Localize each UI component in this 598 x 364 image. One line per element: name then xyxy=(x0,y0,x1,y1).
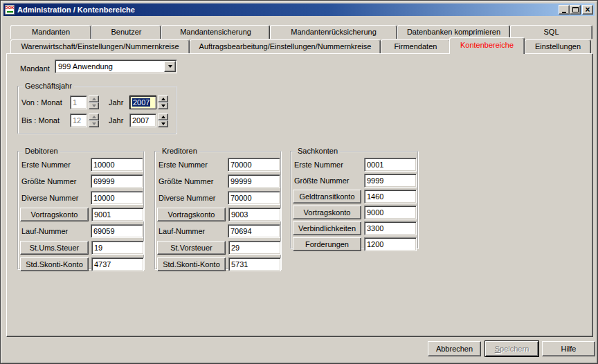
kreditoren-erste-nummer-row: Erste Nummer70000 xyxy=(157,158,280,172)
von-monat-spinner[interactable] xyxy=(89,95,99,109)
spin-up-button[interactable] xyxy=(89,95,99,102)
bis-monat-spinner[interactable] xyxy=(89,113,99,127)
tab-datenbanken-komprimieren[interactable]: Datenbanken komprimieren xyxy=(397,25,510,39)
debitoren-st-ums-steuer-button[interactable]: St.Ums.Steuer xyxy=(20,241,89,255)
abbrechen-button[interactable]: Abbrechen xyxy=(428,341,481,356)
debitoren-group: Debitoren Erste Nummer10000Größte Nummer… xyxy=(17,151,145,270)
sachkonten-verbindlichkeiten-button[interactable]: Verbindlichkeiten xyxy=(293,221,361,235)
sachkonten-groesste-nummer-field[interactable]: 9999 xyxy=(364,174,417,188)
kreditoren-st-vorsteuer-field[interactable]: 29 xyxy=(228,241,281,255)
hilfe-button[interactable]: Hilfe xyxy=(542,341,595,356)
debitoren-erste-nummer-field[interactable]: 10000 xyxy=(91,158,143,172)
debitoren-vortragskonto-button[interactable]: Vortragskonto xyxy=(20,208,89,221)
kreditoren-vortragskonto-field[interactable]: 9003 xyxy=(228,208,281,221)
bis-jahr-label: Jahr xyxy=(109,116,129,125)
kreditoren-groesste-nummer-label: Größte Nummer xyxy=(157,177,225,185)
sachkonten-group: Sachkonten Erste Nummer0001Größte Nummer… xyxy=(290,151,419,249)
spin-down-button[interactable] xyxy=(89,120,99,127)
tab-mandanten[interactable]: Mandanten xyxy=(10,25,91,39)
sachkonten-groesste-nummer-label: Größte Nummer xyxy=(293,176,361,185)
spin-up-button[interactable] xyxy=(158,95,168,102)
debitoren-st-ums-steuer-field[interactable]: 19 xyxy=(91,241,144,255)
kreditoren-vortragskonto-button[interactable]: Vortragskonto xyxy=(157,208,226,221)
close-button[interactable]: × xyxy=(582,5,593,15)
bis-jahr-field[interactable]: 2007 xyxy=(129,113,156,127)
debitoren-erste-nummer-label: Erste Nummer xyxy=(20,161,88,169)
mandant-value: 999 Anwendung xyxy=(55,61,164,72)
sachkonten-geldtransitkonto-button[interactable]: Geldtransitkonto xyxy=(293,190,361,203)
debitoren-erste-nummer-row: Erste Nummer10000 xyxy=(20,158,143,172)
tab-auftragsbearbeitung-einstellungen-nummernkreise[interactable]: Auftragsbearbeitung/Einstellungen/Nummer… xyxy=(190,39,381,53)
debitoren-lauf-nummer-field[interactable]: 69059 xyxy=(91,224,143,238)
sachkonten-geldtransitkonto-field[interactable]: 1460 xyxy=(364,190,417,203)
maximize-icon xyxy=(572,7,579,12)
tab-firmendaten[interactable]: Firmendaten xyxy=(381,39,451,53)
tab-mandantensicherung[interactable]: Mandantensicherung xyxy=(161,25,270,39)
tab-einstellungen[interactable]: Einstellungen xyxy=(525,39,591,53)
von-jahr-field[interactable]: 2007 xyxy=(129,95,156,109)
debitoren-diverse-nummer-field[interactable]: 10000 xyxy=(91,191,143,205)
tab-sql[interactable]: SQL xyxy=(510,25,592,39)
sachkonten-forderungen-button[interactable]: Forderungen xyxy=(293,237,361,251)
chevron-down-icon xyxy=(168,65,172,68)
bis-monat-field[interactable]: 12 xyxy=(70,113,87,127)
kreditoren-lauf-nummer-field[interactable]: 70694 xyxy=(228,224,280,238)
sachkonten-erste-nummer-row: Erste Nummer0001 xyxy=(293,158,417,172)
debitoren-std-skonti-konto-button[interactable]: Std.Skonti-Konto xyxy=(20,257,89,271)
kreditoren-st-vorsteuer-row: St.Vorsteuer29 xyxy=(157,241,280,255)
tab-benutzer[interactable]: Benutzer xyxy=(91,25,161,39)
bis-jahr-spinner[interactable] xyxy=(158,113,168,127)
kreditoren-groesste-nummer-field[interactable]: 99999 xyxy=(228,174,280,188)
arrow-down-icon xyxy=(161,104,165,107)
kreditoren-lauf-nummer-row: Lauf-Nummer70694 xyxy=(157,224,280,238)
tab-mandantenruecksicherung[interactable]: Mandantenrücksicherung xyxy=(270,25,397,39)
group-title-debitoren: Debitoren xyxy=(23,147,60,155)
spin-down-button[interactable] xyxy=(158,120,168,127)
minimize-button[interactable] xyxy=(559,5,570,15)
sachkonten-forderungen-field[interactable]: 1200 xyxy=(364,237,417,251)
spin-up-button[interactable] xyxy=(89,113,99,120)
kreditoren-groesste-nummer-row: Größte Nummer99999 xyxy=(157,174,280,188)
title-bar: DOK Administration / Kontenbereiche xyxy=(3,3,595,16)
close-icon: × xyxy=(585,6,590,14)
kreditoren-group: Kreditoren Erste Nummer70000Größte Numme… xyxy=(154,151,282,270)
spin-down-button[interactable] xyxy=(158,102,168,109)
sachkonten-verbindlichkeiten-row: Verbindlichkeiten3300 xyxy=(293,221,417,235)
debitoren-groesste-nummer-field[interactable]: 69999 xyxy=(91,174,143,188)
group-title-sachkonten: Sachkonten xyxy=(296,147,340,155)
sachkonten-erste-nummer-field[interactable]: 0001 xyxy=(364,158,417,172)
mandant-combobox[interactable]: 999 Anwendung xyxy=(55,60,177,73)
debitoren-vortragskonto-field[interactable]: 9001 xyxy=(91,208,144,221)
spin-down-button[interactable] xyxy=(89,102,99,109)
kreditoren-st-vorsteuer-button[interactable]: St.Vorsteuer xyxy=(157,241,226,255)
kreditoren-std-skonti-konto-field[interactable]: 5731 xyxy=(228,257,281,271)
geschaeftsjahr-group: Geschäftsjahr Von : Monat 1 Jahr 2007 Bi… xyxy=(17,86,177,134)
sachkonten-vortragskonto-field[interactable]: 9000 xyxy=(364,206,417,219)
kreditoren-diverse-nummer-field[interactable]: 70000 xyxy=(228,191,280,205)
kreditoren-std-skonti-konto-button[interactable]: Std.Skonti-Konto xyxy=(157,257,226,271)
kreditoren-vortragskonto-row: Vortragskonto9003 xyxy=(157,208,280,221)
arrow-up-icon xyxy=(92,116,96,118)
tab-kontenbereiche[interactable]: Kontenbereiche xyxy=(449,37,525,54)
von-monat-field[interactable]: 1 xyxy=(70,95,87,109)
debitoren-groesste-nummer-row: Größte Nummer69999 xyxy=(20,174,143,188)
sachkonten-verbindlichkeiten-field[interactable]: 3300 xyxy=(364,221,417,235)
maximize-button[interactable] xyxy=(570,5,581,15)
spin-up-button[interactable] xyxy=(158,113,168,120)
debitoren-vortragskonto-row: Vortragskonto9001 xyxy=(20,208,143,221)
tab-warenwirtschaft-einstellungen-nummernkreise[interactable]: Warenwirtschaft/Einstellungen/Nummernkre… xyxy=(10,39,190,53)
sachkonten-vortragskonto-button[interactable]: Vortragskonto xyxy=(293,206,361,219)
speichern-button[interactable]: Speichern xyxy=(485,341,538,356)
debitoren-diverse-nummer-label: Diverse Nummer xyxy=(20,194,88,202)
window-title: Administration / Kontenbereiche xyxy=(17,6,135,14)
kreditoren-erste-nummer-field[interactable]: 70000 xyxy=(228,158,280,172)
von-monat-label: Von : Monat xyxy=(21,98,70,107)
speichern-button-label: Speichern xyxy=(495,345,529,353)
bis-monat-label: Bis : Monat xyxy=(21,116,70,125)
administration-window: { "colors": { "titlebar_gradient_start":… xyxy=(0,0,598,364)
kreditoren-std-skonti-konto-row: Std.Skonti-Konto5731 xyxy=(157,257,280,271)
mandant-dropdown-button[interactable] xyxy=(164,61,176,72)
von-jahr-spinner[interactable] xyxy=(158,95,168,109)
sachkonten-forderungen-row: Forderungen1200 xyxy=(293,237,417,251)
debitoren-std-skonti-konto-field[interactable]: 4737 xyxy=(91,257,144,271)
